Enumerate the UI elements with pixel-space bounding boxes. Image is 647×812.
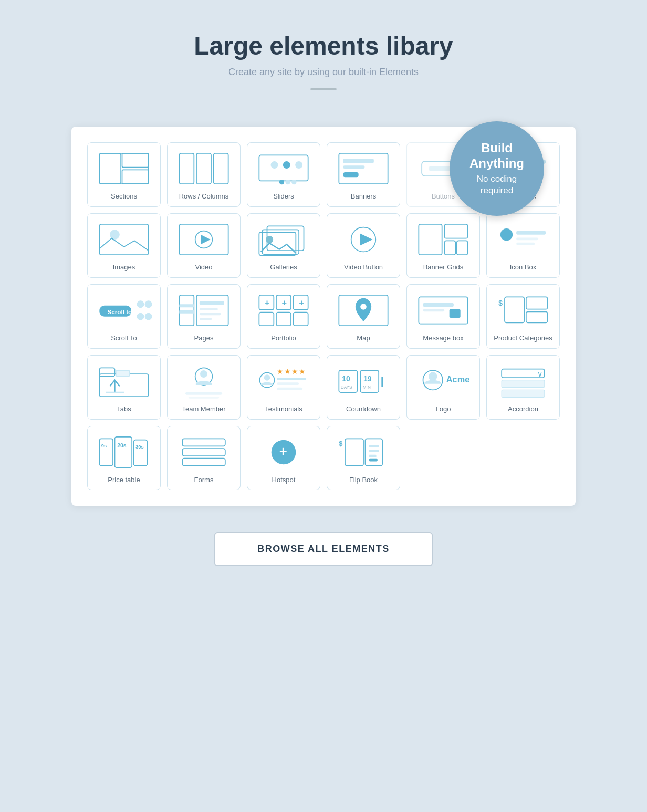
svg-rect-5 — [196, 153, 211, 184]
svg-text:∨: ∨ — [537, 369, 542, 378]
svg-point-101 — [429, 372, 437, 380]
element-accordion[interactable]: ∨ Accordion — [486, 355, 560, 420]
product-categories-icon: $ — [492, 292, 554, 329]
logo-label: Logo — [436, 405, 451, 414]
svg-rect-124 — [369, 458, 378, 461]
svg-rect-31 — [259, 232, 296, 255]
element-video-button[interactable]: Video Button — [327, 213, 400, 278]
countdown-icon: 10 DAYS 19 MIN | — [332, 363, 394, 400]
element-rows-columns[interactable]: Rows / Columns — [167, 142, 241, 207]
element-banner-grids[interactable]: Banner Grids — [406, 213, 480, 278]
svg-rect-82 — [185, 392, 222, 395]
banners-label: Banners — [351, 192, 376, 201]
svg-text:10: 10 — [342, 374, 350, 383]
element-flip-book[interactable]: $ Flip Book — [327, 426, 400, 491]
badge-line2: No codingrequired — [477, 173, 517, 196]
browse-btn-wrap: BROWSE ALL ELEMENTS — [11, 532, 636, 566]
element-banners[interactable]: Banners — [327, 142, 400, 207]
svg-rect-0 — [99, 153, 148, 184]
element-map[interactable]: Map — [327, 284, 400, 349]
pages-label: Pages — [194, 334, 214, 343]
svg-rect-119 — [345, 439, 363, 465]
element-logo[interactable]: Acme Logo — [406, 355, 480, 420]
map-label: Map — [357, 334, 370, 343]
element-product-categories[interactable]: $ Product Categories — [486, 284, 560, 349]
map-icon — [332, 292, 394, 329]
images-icon — [93, 221, 155, 258]
svg-rect-17 — [343, 172, 359, 177]
team-member-icon — [173, 363, 235, 400]
svg-rect-50 — [179, 304, 194, 307]
element-galleries[interactable]: Galleries — [247, 213, 320, 278]
element-message-box[interactable]: Message box — [406, 284, 480, 349]
svg-rect-65 — [294, 312, 308, 326]
svg-rect-78 — [116, 370, 130, 377]
svg-point-32 — [266, 236, 273, 243]
sections-icon — [93, 150, 155, 187]
element-icon-box-2[interactable]: Icon Box — [486, 213, 560, 278]
flip-book-label: Flip Book — [349, 476, 378, 485]
svg-text:20s: 20s — [117, 442, 127, 448]
svg-rect-105 — [502, 380, 545, 387]
svg-rect-63 — [259, 312, 274, 326]
element-forms[interactable]: Forms — [167, 426, 241, 491]
svg-point-67 — [360, 304, 367, 310]
svg-text:$: $ — [498, 298, 503, 307]
element-tabs[interactable]: Tabs — [87, 355, 161, 420]
svg-rect-123 — [369, 454, 377, 457]
banners-icon — [332, 150, 394, 187]
svg-text:+: + — [299, 297, 304, 307]
svg-text:+: + — [265, 297, 270, 307]
svg-rect-1 — [99, 153, 121, 184]
svg-rect-41 — [516, 237, 538, 240]
accordion-icon: ∨ — [492, 363, 554, 400]
element-team-member[interactable]: Team Member — [167, 355, 241, 420]
element-video[interactable]: Video — [167, 213, 241, 278]
svg-rect-36 — [444, 224, 467, 238]
pages-icon — [173, 292, 235, 329]
element-portfolio[interactable]: + + + Portfolio — [247, 284, 320, 349]
message-box-icon — [412, 292, 474, 329]
svg-text:MIN: MIN — [363, 385, 371, 390]
svg-rect-113 — [182, 439, 225, 446]
svg-rect-6 — [214, 153, 228, 184]
icon-box-2-label: Icon Box — [510, 263, 537, 272]
svg-rect-91 — [277, 382, 299, 385]
svg-point-9 — [283, 161, 290, 169]
tabs-label: Tabs — [117, 405, 131, 414]
svg-rect-53 — [200, 301, 224, 305]
banner-grids-label: Banner Grids — [423, 263, 464, 272]
svg-rect-92 — [277, 387, 302, 390]
svg-point-12 — [286, 180, 290, 184]
element-price-table[interactable]: 9s 20s 39s Price table — [87, 426, 161, 491]
element-sliders[interactable]: Sliders — [247, 142, 320, 207]
browse-all-button[interactable]: BROWSE ALL ELEMENTS — [214, 532, 433, 566]
hotspot-label: Hotspot — [272, 476, 296, 485]
element-testimonials[interactable]: ★ ★ ★ ★ Testimonials — [247, 355, 320, 420]
svg-rect-64 — [276, 312, 291, 326]
element-countdown[interactable]: 10 DAYS 19 MIN | Countdown — [327, 355, 400, 420]
video-label: Video — [195, 263, 212, 272]
page-title: Large elements libary — [194, 32, 453, 60]
element-hotspot[interactable]: + Hotspot — [247, 426, 320, 491]
sliders-label: Sliders — [273, 192, 294, 201]
element-scroll-to[interactable]: Scroll to Scroll To — [87, 284, 161, 349]
svg-rect-71 — [450, 309, 461, 317]
page-header: Large elements libary Create any site by… — [194, 32, 453, 106]
svg-marker-34 — [360, 233, 373, 245]
svg-rect-51 — [179, 310, 194, 314]
sliders-icon — [253, 150, 315, 187]
svg-rect-24 — [99, 224, 148, 255]
testimonials-icon: ★ ★ ★ ★ — [253, 363, 315, 400]
element-images[interactable]: Images — [87, 213, 161, 278]
element-pages[interactable]: Pages — [167, 284, 241, 349]
svg-point-85 — [264, 374, 270, 381]
scroll-to-label: Scroll To — [111, 334, 137, 343]
svg-rect-114 — [182, 449, 225, 456]
svg-rect-115 — [182, 458, 225, 465]
svg-point-46 — [145, 300, 152, 308]
svg-rect-15 — [343, 159, 374, 163]
galleries-label: Galleries — [270, 263, 297, 272]
svg-rect-69 — [423, 303, 454, 307]
element-sections[interactable]: Sections — [87, 142, 161, 207]
